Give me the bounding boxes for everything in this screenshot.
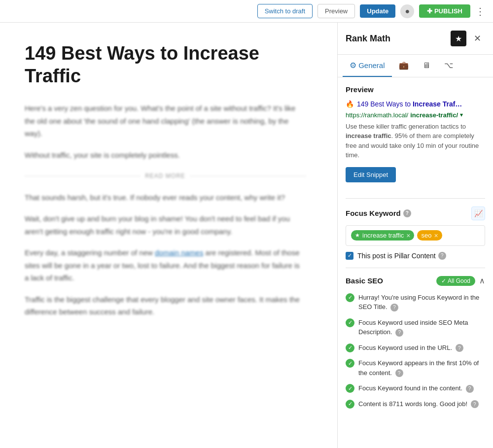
- post-paragraph-3: That sounds harsh, but it's true. If nob…: [25, 191, 306, 204]
- trending-icon[interactable]: 📈: [471, 207, 485, 220]
- primary-keyword-text: increase traffic: [362, 232, 404, 239]
- read-more-divider: READ MORE: [25, 171, 306, 181]
- tab-general[interactable]: ⚙ General: [343, 55, 392, 77]
- pillar-content-text: This post is Pillar Content: [357, 252, 436, 260]
- main-content-area: 149 Best Ways to Increase Traffic Here's…: [0, 23, 330, 448]
- post-title: 149 Best Ways to Increase Traffic: [25, 42, 306, 87]
- post-paragraph-6: Traffic is the biggest challenge that ev…: [25, 293, 306, 318]
- preview-url: https://rankmath.local/increase-traffic/…: [346, 111, 485, 119]
- check-help-icon-6[interactable]: ?: [471, 400, 479, 408]
- switch-to-draft-button[interactable]: Switch to draft: [257, 4, 313, 18]
- check-help-icon-5[interactable]: ?: [466, 385, 474, 393]
- gear-icon: ⚙: [350, 61, 356, 70]
- top-bar: Switch to draft Preview Update ● ✚ PUBLI…: [0, 0, 493, 23]
- preview-button[interactable]: Preview: [317, 4, 355, 18]
- check-text-4: Focus Keyword appears in the first 10% o…: [358, 358, 485, 378]
- focus-keyword-header: Focus Keyword ? 📈: [346, 207, 485, 220]
- keyword-tags-container[interactable]: ★ increase traffic × seo ×: [346, 225, 485, 246]
- basic-seo-header: Basic SEO ✓ All Good ∧: [346, 276, 485, 286]
- seo-checks-list: ✓ Hurray! You're using Focus Keyword in …: [346, 293, 485, 409]
- divider-line-left: [25, 176, 140, 176]
- check-text-3: Focus Keyword used in the URL. ?: [358, 343, 485, 353]
- preview-title-normal: 149 Best Ways to: [357, 100, 413, 108]
- divider-1: [346, 198, 485, 199]
- pillar-content-checkbox[interactable]: ✓: [346, 252, 353, 260]
- tab-schema[interactable]: 🖥: [416, 55, 437, 77]
- focus-keyword-label: Focus Keyword ?: [346, 209, 411, 217]
- primary-tag-close-icon[interactable]: ×: [406, 232, 410, 239]
- fire-emoji-icon: 🔥: [346, 100, 354, 108]
- more-options-icon[interactable]: ⋮: [475, 5, 485, 17]
- pillar-content-label: This post is Pillar Content ?: [357, 252, 446, 260]
- tag-star-icon: ★: [355, 232, 360, 239]
- publish-button[interactable]: ✚ PUBLISH: [419, 4, 470, 18]
- domain-names-link[interactable]: domain names: [155, 248, 203, 257]
- check-icon-3: ✓: [346, 344, 354, 352]
- seo-check-6: ✓ Content is 8711 words long. Good job! …: [346, 399, 485, 409]
- check-icon-6: ✓: [346, 400, 354, 409]
- sidebar-header-actions: ★ ✕: [451, 31, 485, 46]
- rank-math-sidebar: Rank Math ★ ✕ ⚙ General 💼 🖥 ⌥ Preview: [337, 23, 493, 448]
- pillar-help-icon[interactable]: ?: [438, 252, 446, 260]
- preview-url-base: https://rankmath.local/: [346, 111, 408, 119]
- preview-title-bold: Increase Traf…: [413, 100, 462, 108]
- check-text-6: Content is 8711 words long. Good job! ?: [358, 399, 485, 409]
- check-help-icon-4[interactable]: ?: [395, 369, 403, 377]
- fork-icon: ⌥: [444, 61, 453, 70]
- close-icon: ✕: [474, 33, 481, 44]
- post-body: Here's a very zen question for you. What…: [25, 102, 306, 318]
- divider-line-right: [190, 176, 306, 176]
- update-button[interactable]: Update: [360, 4, 395, 18]
- seo-check-3: ✓ Focus Keyword used in the URL. ?: [346, 343, 485, 353]
- post-paragraph-5: Every day, a staggering number of new do…: [25, 246, 306, 284]
- tab-general-label: General: [358, 61, 385, 69]
- read-more-text: READ MORE: [145, 171, 185, 181]
- focus-keyword-help-icon[interactable]: ?: [403, 209, 411, 217]
- check-text-1: Hurray! You're using Focus Keyword in th…: [358, 293, 485, 312]
- url-dropdown-icon[interactable]: ▾: [460, 111, 463, 118]
- secondary-tag-close-icon[interactable]: ×: [434, 232, 438, 239]
- preview-url-slug: increase-traffic/: [410, 111, 458, 119]
- divider-2: [346, 268, 485, 268]
- check-text-2: Focus Keyword used inside SEO Meta Descr…: [358, 318, 485, 337]
- edit-snippet-button[interactable]: Edit Snippet: [346, 167, 396, 182]
- briefcase-icon: 💼: [399, 61, 409, 70]
- basic-seo-title: Basic SEO: [346, 276, 383, 285]
- sidebar-header: Rank Math ★ ✕: [338, 23, 493, 55]
- tab-social[interactable]: 💼: [392, 55, 416, 77]
- check-help-icon-3[interactable]: ?: [456, 344, 463, 352]
- post-paragraph-2: Without traffic, your site is completely…: [25, 149, 306, 162]
- check-icon-5: ✓: [346, 384, 354, 393]
- check-help-icon-2[interactable]: ?: [395, 329, 403, 337]
- star-button[interactable]: ★: [451, 31, 466, 46]
- check-icon-1: ✓: [346, 293, 354, 302]
- post-paragraph-1: Here's a very zen question for you. What…: [25, 102, 306, 140]
- seo-check-4: ✓ Focus Keyword appears in the first 10%…: [346, 358, 485, 378]
- secondary-keyword-text: seo: [421, 232, 431, 239]
- star-icon: ★: [455, 34, 462, 43]
- check-text-5: Focus Keyword found in the content. ?: [358, 383, 485, 393]
- preview-description: Use these killer traffic generation tact…: [346, 122, 485, 160]
- collapse-icon[interactable]: ∧: [479, 276, 485, 285]
- seo-check-2: ✓ Focus Keyword used inside SEO Meta Des…: [346, 318, 485, 337]
- basic-seo-actions: ✓ All Good ∧: [436, 276, 485, 286]
- seo-check-5: ✓ Focus Keyword found in the content. ?: [346, 383, 485, 393]
- close-button[interactable]: ✕: [469, 31, 485, 46]
- all-good-badge: ✓ All Good: [436, 276, 475, 286]
- preview-bold-keyword: increase traffic: [346, 132, 391, 139]
- sidebar-content: Preview 🔥 149 Best Ways to Increase Traf…: [338, 77, 493, 416]
- seo-check-1: ✓ Hurray! You're using Focus Keyword in …: [346, 293, 485, 312]
- preview-section-title: Preview: [346, 85, 485, 94]
- chart-icon: 📈: [474, 209, 483, 217]
- keyword-tag-secondary: seo ×: [417, 230, 442, 241]
- tab-advanced[interactable]: ⌥: [437, 55, 460, 77]
- avatar-circle[interactable]: ●: [400, 4, 414, 18]
- check-icon-2: ✓: [346, 318, 354, 327]
- pillar-content-row: ✓ This post is Pillar Content ?: [346, 252, 485, 260]
- sidebar-tabs: ⚙ General 💼 🖥 ⌥: [338, 55, 493, 77]
- check-help-icon-1[interactable]: ?: [390, 304, 398, 311]
- monitor-icon: 🖥: [423, 61, 430, 70]
- post-paragraph-4: Wait, don't give up and burn your blog i…: [25, 212, 306, 238]
- keyword-tag-primary: ★ increase traffic ×: [351, 230, 414, 241]
- focus-keyword-text: Focus Keyword: [346, 209, 401, 217]
